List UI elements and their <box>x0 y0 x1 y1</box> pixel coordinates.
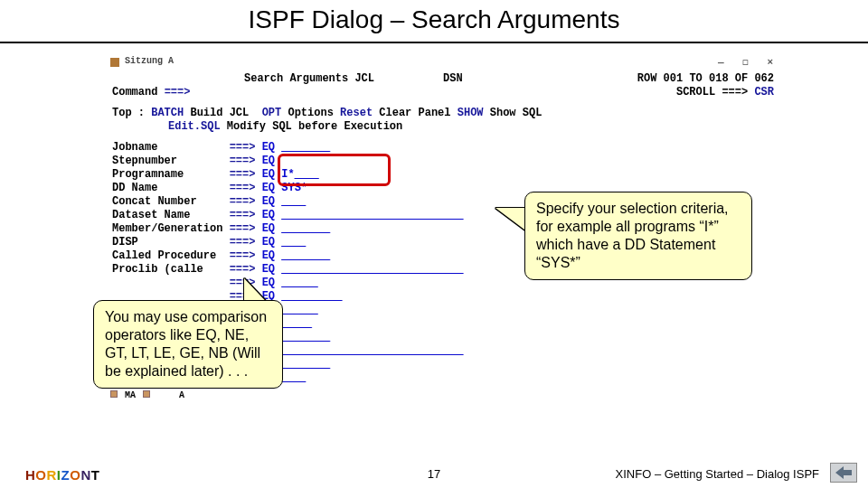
field-row: Dataset Name ===> EQ ___________________… <box>112 209 463 222</box>
field-arrow: ===> <box>230 155 262 167</box>
menu-options[interactable]: Options <box>288 107 333 119</box>
field-value[interactable]: ________ <box>281 222 330 235</box>
field-op[interactable]: EQ <box>262 249 282 262</box>
panel-title: Search Arguments JCL <box>244 72 374 86</box>
field-op[interactable]: EQ <box>262 195 282 208</box>
field-op[interactable]: EQ <box>262 141 282 154</box>
menu-edit-sql[interactable]: Edit.SQL <box>168 120 221 133</box>
field-op[interactable]: EQ <box>262 209 282 221</box>
field-label: Called Procedure <box>112 249 230 262</box>
status-a: MA <box>125 390 136 400</box>
field-arrow: ===> <box>230 168 262 181</box>
back-button[interactable] <box>830 463 857 483</box>
status-icon-2 <box>143 390 150 398</box>
field-value[interactable]: ____ <box>281 236 306 249</box>
field-arrow: ===> <box>230 209 262 221</box>
field-arrow: ===> <box>230 182 262 194</box>
minimize-icon[interactable]: — <box>718 57 725 68</box>
field-arrow: ===> <box>230 249 262 262</box>
svg-marker-0 <box>835 466 852 479</box>
command-label: Command <box>112 86 157 99</box>
field-op[interactable]: EQ <box>262 263 282 276</box>
field-value[interactable]: ________ <box>281 358 330 371</box>
field-label: DD Name <box>112 182 230 194</box>
field-row: Called Procedure ===> EQ ________ <box>112 249 463 263</box>
field-arrow: ===> <box>230 141 262 154</box>
field-value[interactable]: ________ <box>281 249 330 262</box>
field-value[interactable]: ______________________________ <box>281 344 463 357</box>
field-row: Proclib (calle ===> EQ _________________… <box>112 263 463 277</box>
row-info: ROW 001 TO 018 OF 062 <box>637 72 774 86</box>
red-highlight-box <box>278 154 391 186</box>
field-value[interactable]: ________ <box>281 331 330 343</box>
field-label: DISP <box>112 236 230 249</box>
panel-context: DSN <box>443 72 463 86</box>
field-value[interactable]: ______________________________ <box>281 263 463 276</box>
menu-bar: Top : BATCH Build JCL OPT Options Reset … <box>112 107 542 134</box>
menu-build-jcl[interactable]: Build JCL <box>190 107 249 119</box>
app-icon <box>110 58 119 67</box>
callout-right: Specify your selection criteria, for exa… <box>524 192 752 280</box>
field-op[interactable]: EQ <box>262 222 282 235</box>
field-value[interactable]: ______________________________ <box>281 209 463 221</box>
title-rule <box>0 42 868 43</box>
page-number: 17 <box>428 467 440 481</box>
field-value[interactable]: _____ <box>281 317 312 330</box>
app-title: Sitzung A <box>125 56 174 66</box>
field-arrow: ===> <box>230 263 262 276</box>
menu-show-sql[interactable]: Show SQL <box>490 107 542 119</box>
scroll-label: SCROLL ===> <box>676 86 748 99</box>
field-label <box>112 277 230 289</box>
menu-reset[interactable]: Reset <box>340 107 373 119</box>
slide-title: ISPF Dialog – Search Arguments <box>0 0 868 42</box>
close-icon[interactable]: × <box>767 57 774 68</box>
field-value[interactable]: ______ <box>281 277 317 289</box>
field-value[interactable]: __________ <box>281 290 342 303</box>
menu-top-label: Top : <box>112 107 145 119</box>
field-value[interactable]: ________ <box>281 141 330 154</box>
field-label: Dataset Name <box>112 209 230 221</box>
scroll-value[interactable]: CSR <box>754 86 774 99</box>
brand-logo: HORIZONT <box>25 467 99 483</box>
field-label: Proclib (calle <box>112 263 230 276</box>
field-op[interactable]: EQ <box>262 236 282 249</box>
menu-modify-sql[interactable]: Modify SQL before Execution <box>227 120 402 133</box>
field-value[interactable]: ____ <box>281 195 306 208</box>
field-row: Concat Number ===> EQ ____ <box>112 195 463 209</box>
command-arrow: ===> <box>165 86 191 99</box>
window-controls: — ◻ × <box>712 56 779 68</box>
status-b: A <box>179 390 184 400</box>
doc-title: XINFO – Getting Started – Dialog ISPF <box>616 467 819 481</box>
field-arrow: ===> <box>230 222 262 235</box>
arrow-left-icon <box>835 466 852 479</box>
field-arrow: ===> <box>230 236 262 249</box>
field-label: Member/Generation <box>112 222 230 235</box>
menu-show[interactable]: SHOW <box>458 107 484 119</box>
field-row: ===> EQ ______ <box>112 277 463 290</box>
menu-batch[interactable]: BATCH <box>151 107 184 119</box>
field-value[interactable]: ____ <box>281 371 306 384</box>
field-row: DISP ===> EQ ____ <box>112 236 463 249</box>
status-bar: MA A <box>108 389 781 401</box>
field-label: Jobname <box>112 141 230 154</box>
field-row: Member/Generation ===> EQ ________ <box>112 222 463 236</box>
field-label: Stepnumber <box>112 155 230 167</box>
status-icon-1 <box>110 390 118 398</box>
menu-clear-panel[interactable]: Clear Panel <box>379 107 450 119</box>
field-row: Jobname ===> EQ ________ <box>112 141 463 155</box>
field-value[interactable]: ______ <box>281 304 317 316</box>
terminal-title-bar: Sitzung A — ◻ × <box>108 56 781 69</box>
menu-opt[interactable]: OPT <box>262 107 282 119</box>
field-label: Programname <box>112 168 230 181</box>
callout-left: You may use comparison operators like EQ… <box>93 300 283 389</box>
field-label: Concat Number <box>112 195 230 208</box>
field-arrow: ===> <box>230 195 262 208</box>
maximize-icon[interactable]: ◻ <box>742 57 750 68</box>
